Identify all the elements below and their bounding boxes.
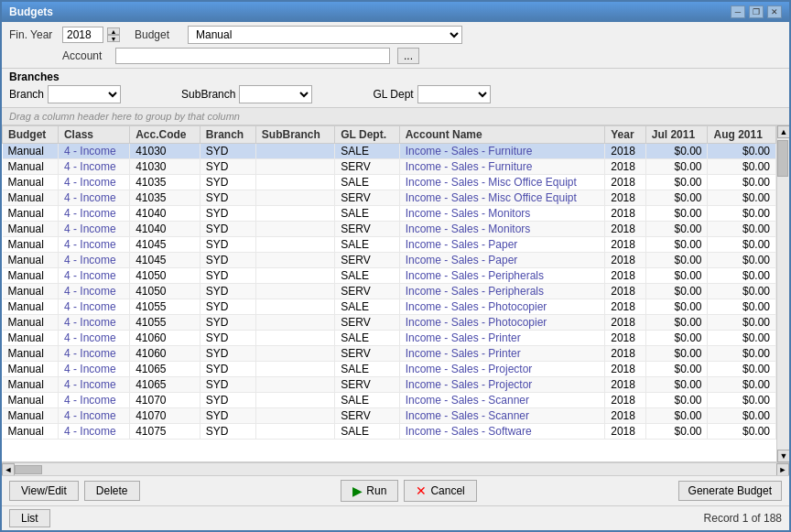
col-account-name[interactable]: Account Name — [399, 126, 605, 144]
col-subbranch[interactable]: SubBranch — [255, 126, 334, 144]
fin-year-down[interactable]: ▼ — [107, 35, 120, 42]
table-row[interactable]: Manual4 - Income41075SYDSALEIncome - Sal… — [3, 424, 776, 440]
table-row[interactable]: Manual4 - Income41060SYDSALEIncome - Sal… — [3, 331, 776, 346]
table-cell: 4 - Income — [58, 362, 129, 377]
table-cell: $0.00 — [645, 206, 708, 222]
table-cell: 2018 — [605, 144, 646, 159]
col-class[interactable]: Class — [58, 126, 129, 144]
col-year[interactable]: Year — [605, 126, 646, 144]
table-row[interactable]: Manual4 - Income41065SYDSALEIncome - Sal… — [3, 362, 776, 377]
title-bar-controls: ─ ❐ ✕ — [731, 5, 782, 18]
table-row[interactable]: Manual4 - Income41050SYDSALEIncome - Sal… — [3, 268, 776, 284]
table-cell: 41060 — [130, 331, 200, 346]
table-cell: SALE — [335, 362, 399, 377]
table-cell: Income - Sales - Misc Office Equipt — [399, 175, 605, 190]
table-cell: Income - Sales - Software — [399, 424, 605, 440]
table-row[interactable]: Manual4 - Income41030SYDSERVIncome - Sal… — [3, 159, 776, 175]
table-cell: 4 - Income — [58, 315, 129, 331]
table-cell: 4 - Income — [58, 377, 129, 393]
account-input[interactable] — [115, 48, 390, 64]
table-cell: SERV — [335, 346, 399, 362]
view-edit-button[interactable]: View/Edit — [9, 481, 79, 501]
generate-budget-button[interactable]: Generate Budget — [678, 481, 782, 501]
col-gl-dept[interactable]: GL Dept. — [335, 126, 399, 144]
col-aug-2011[interactable]: Aug 2011 — [708, 126, 776, 144]
col-acc-code[interactable]: Acc.Code — [130, 126, 200, 144]
col-jul-2011[interactable]: Jul 2011 — [645, 126, 708, 144]
table-cell: $0.00 — [708, 315, 776, 331]
table-row[interactable]: Manual4 - Income41035SYDSERVIncome - Sal… — [3, 190, 776, 206]
table-cell: Manual — [3, 331, 59, 346]
scroll-down-arrow[interactable]: ▼ — [777, 450, 789, 462]
table-row[interactable]: Manual4 - Income41040SYDSERVIncome - Sal… — [3, 222, 776, 237]
table-cell: SALE — [335, 393, 399, 408]
table-row[interactable]: Manual4 - Income41045SYDSALEIncome - Sal… — [3, 237, 776, 253]
budget-table: Budget Class Acc.Code Branch SubBranch G… — [2, 125, 776, 440]
col-budget[interactable]: Budget — [3, 126, 59, 144]
table-cell — [255, 424, 334, 440]
table-row[interactable]: Manual4 - Income41060SYDSERVIncome - Sal… — [3, 346, 776, 362]
fin-year-up[interactable]: ▲ — [107, 27, 120, 35]
fin-year-spinners: ▲ ▼ — [107, 27, 120, 42]
scroll-up-arrow[interactable]: ▲ — [777, 125, 789, 138]
scroll-track — [777, 138, 789, 450]
table-cell: Manual — [3, 424, 59, 440]
table-cell: Manual — [3, 237, 59, 253]
table-cell: 41070 — [130, 393, 200, 408]
table-cell — [255, 346, 334, 362]
table-cell: $0.00 — [645, 346, 708, 362]
cancel-button[interactable]: ✕ Cancel — [404, 480, 476, 502]
table-row[interactable]: Manual4 - Income41055SYDSERVIncome - Sal… — [3, 315, 776, 331]
fin-year-input[interactable] — [62, 27, 103, 43]
table-row[interactable]: Manual4 - Income41065SYDSERVIncome - Sal… — [3, 377, 776, 393]
scroll-right-arrow[interactable]: ► — [776, 463, 789, 476]
restore-button[interactable]: ❐ — [749, 5, 764, 18]
table-row[interactable]: Manual4 - Income41050SYDSERVIncome - Sal… — [3, 284, 776, 299]
budget-select[interactable]: Manual — [188, 26, 462, 44]
table-cell: 41065 — [130, 362, 200, 377]
table-cell: $0.00 — [708, 175, 776, 190]
table-cell: 41030 — [130, 144, 200, 159]
drag-hint: Drag a column header here to group by th… — [2, 108, 789, 125]
branch-select[interactable] — [48, 85, 121, 103]
table-row[interactable]: Manual4 - Income41035SYDSALEIncome - Sal… — [3, 175, 776, 190]
fin-year-label: Fin. Year — [9, 28, 55, 41]
table-cell: SYD — [200, 377, 255, 393]
table-row[interactable]: Manual4 - Income41045SYDSERVIncome - Sal… — [3, 253, 776, 268]
horizontal-scrollbar[interactable]: ◄ ► — [2, 462, 789, 475]
table-cell: Manual — [3, 346, 59, 362]
scroll-left-arrow[interactable]: ◄ — [2, 463, 15, 476]
account-browse-button[interactable]: ... — [397, 48, 419, 64]
delete-button[interactable]: Delete — [84, 481, 140, 501]
minimize-button[interactable]: ─ — [731, 5, 745, 18]
table-cell: 2018 — [605, 331, 646, 346]
table-cell: SALE — [335, 237, 399, 253]
vertical-scrollbar[interactable]: ▲ ▼ — [776, 125, 789, 462]
list-tab[interactable]: List — [9, 509, 50, 527]
table-row[interactable]: Manual4 - Income41055SYDSALEIncome - Sal… — [3, 299, 776, 315]
table-cell: $0.00 — [645, 237, 708, 253]
table-cell: SERV — [335, 159, 399, 175]
col-branch[interactable]: Branch — [200, 126, 255, 144]
run-label: Run — [366, 484, 386, 497]
table-cell: Income - Sales - Scanner — [399, 408, 605, 424]
table-cell: SYD — [200, 144, 255, 159]
table-row[interactable]: Manual4 - Income41070SYDSERVIncome - Sal… — [3, 408, 776, 424]
run-button[interactable]: ▶ Run — [341, 480, 398, 502]
scroll-thumb[interactable] — [777, 140, 788, 177]
table-row[interactable]: Manual4 - Income41030SYDSALEIncome - Sal… — [3, 144, 776, 159]
close-button[interactable]: ✕ — [767, 5, 782, 18]
subbranch-select[interactable] — [239, 85, 312, 103]
table-cell: 2018 — [605, 175, 646, 190]
bottom-center-buttons: ▶ Run ✕ Cancel — [341, 480, 476, 502]
scroll-h-thumb[interactable] — [15, 465, 42, 474]
table-cell: $0.00 — [645, 408, 708, 424]
cancel-label: Cancel — [430, 484, 464, 497]
table-row[interactable]: Manual4 - Income41070SYDSALEIncome - Sal… — [3, 393, 776, 408]
table-cell: Manual — [3, 362, 59, 377]
table-container[interactable]: Budget Class Acc.Code Branch SubBranch G… — [2, 125, 776, 462]
gldept-select[interactable] — [417, 85, 491, 103]
table-cell — [255, 175, 334, 190]
table-row[interactable]: Manual4 - Income41040SYDSALEIncome - Sal… — [3, 206, 776, 222]
subbranch-label: SubBranch — [181, 88, 235, 101]
